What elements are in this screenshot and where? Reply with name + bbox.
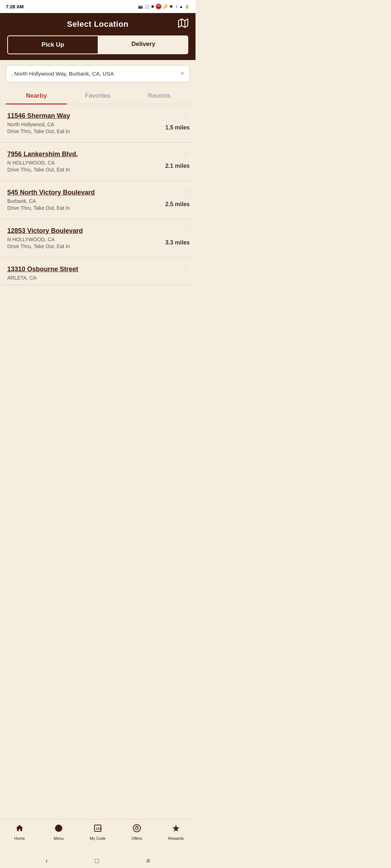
favorite-button-3[interactable]: ♡ <box>182 189 190 198</box>
bt2-icon: ✱ <box>169 4 173 9</box>
location-right-2: ♡ 2.1 miles <box>161 150 190 169</box>
favorite-button-5[interactable]: ♡ <box>182 265 190 275</box>
search-container: , North Hollywood Way, Burbank, CA, USA … <box>0 60 196 87</box>
svg-marker-0 <box>178 19 188 27</box>
location-item-4[interactable]: 12853 Victory Boulevard N HOLLYWOOD, CA … <box>0 219 196 258</box>
tab-nearby[interactable]: Nearby <box>6 87 67 104</box>
status-time: 7:28 AM <box>6 4 24 9</box>
location-right-1: ♡ 1.5 miles <box>161 112 190 131</box>
location-city-2: N HOLLYWOOD, CA <box>7 160 157 166</box>
pickup-tab[interactable]: Pick Up <box>7 35 98 54</box>
location-distance-1: 1.5 miles <box>165 124 190 131</box>
page-title: Select Location <box>67 20 129 29</box>
record-icon: 📷 <box>156 4 161 9</box>
location-city-1: North Hollywood, CA <box>7 122 157 127</box>
location-services-1: Drive Thru, Take Out, Eat In <box>7 128 157 134</box>
location-address-1: 11546 Sherman Way <box>7 112 157 120</box>
tab-favorites[interactable]: Favorites <box>67 87 128 104</box>
location-address-3: 545 North Victory Boulevard <box>7 189 157 196</box>
location-distance-4: 3.3 miles <box>165 239 190 246</box>
key-icon: 🔑 <box>163 4 168 9</box>
screen-record-icon: ⬜ <box>144 4 150 9</box>
search-value: , North Hollywood Way, Burbank, CA, USA <box>11 71 177 77</box>
location-address-4: 12853 Victory Boulevard <box>7 227 157 235</box>
location-city-5: ARLETA, CA <box>7 275 157 281</box>
search-bar: , North Hollywood Way, Burbank, CA, USA … <box>6 65 190 82</box>
location-distance-3: 2.5 miles <box>165 201 190 208</box>
favorite-button-2[interactable]: ♡ <box>182 150 190 160</box>
location-right-4: ♡ 3.3 miles <box>161 227 190 246</box>
delivery-tab[interactable]: Delivery <box>98 35 188 54</box>
order-type-tabs: Pick Up Delivery <box>0 35 196 60</box>
location-item-1[interactable]: 11546 Sherman Way North Hollywood, CA Dr… <box>0 104 196 142</box>
status-icons: 📷 ⬜ ✱ 📷 🔑 ✱ ☽ ▲ 🔋 <box>138 4 190 9</box>
location-services-3: Drive Thru, Take Out, Eat In <box>7 205 157 211</box>
location-tabs: Nearby Favorites Recents <box>0 87 196 104</box>
location-info-4: 12853 Victory Boulevard N HOLLYWOOD, CA … <box>7 227 161 249</box>
location-item-2[interactable]: 7956 Lankershim Blvd. N HOLLYWOOD, CA Dr… <box>0 142 196 181</box>
search-clear-button[interactable]: × <box>177 70 184 77</box>
tab-recents[interactable]: Recents <box>129 87 190 104</box>
location-address-2: 7956 Lankershim Blvd. <box>7 150 157 158</box>
location-info-5: 13310 Osbourne Street ARLETA, CA <box>7 265 161 282</box>
header: Select Location <box>0 13 196 35</box>
location-item-3[interactable]: 545 North Victory Boulevard Burbank, CA … <box>0 181 196 219</box>
location-services-4: Drive Thru, Take Out, Eat In <box>7 243 157 249</box>
favorite-button-4[interactable]: ♡ <box>182 227 190 237</box>
location-item-5[interactable]: 13310 Osbourne Street ARLETA, CA ♡ <box>0 258 196 285</box>
location-services-2: Drive Thru, Take Out, Eat In <box>7 167 157 173</box>
location-city-4: N HOLLYWOOD, CA <box>7 237 157 242</box>
moon-icon: ☽ <box>174 4 178 9</box>
status-bar: 7:28 AM 📷 ⬜ ✱ 📷 🔑 ✱ ☽ ▲ 🔋 <box>0 0 196 13</box>
location-info-1: 11546 Sherman Way North Hollywood, CA Dr… <box>7 112 161 134</box>
wifi-icon: ▲ <box>179 4 183 9</box>
camera-icon: 📷 <box>138 4 143 9</box>
location-info-3: 545 North Victory Boulevard Burbank, CA … <box>7 189 161 211</box>
bluetooth-icon: ✱ <box>151 4 154 9</box>
location-right-5: ♡ <box>161 265 190 275</box>
location-city-3: Burbank, CA <box>7 198 157 204</box>
map-icon[interactable] <box>178 18 188 30</box>
location-info-2: 7956 Lankershim Blvd. N HOLLYWOOD, CA Dr… <box>7 150 161 173</box>
location-distance-2: 2.1 miles <box>165 163 190 169</box>
location-list: 11546 Sherman Way North Hollywood, CA Dr… <box>0 104 196 285</box>
favorite-button-1[interactable]: ♡ <box>182 112 190 122</box>
location-address-5: 13310 Osbourne Street <box>7 265 157 273</box>
location-right-3: ♡ 2.5 miles <box>161 189 190 208</box>
battery-icon: 🔋 <box>185 4 190 9</box>
